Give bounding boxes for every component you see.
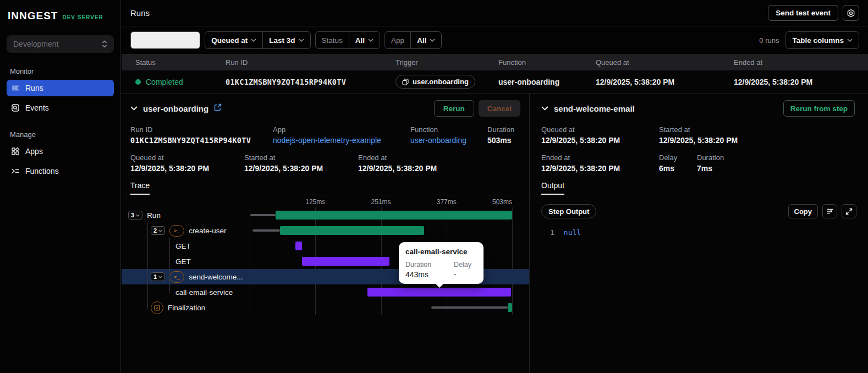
span-bar[interactable] [295, 242, 302, 250]
chevron-down-icon [847, 39, 853, 42]
environment-select-value: Development [13, 40, 59, 48]
queue-delay-line [252, 229, 280, 232]
search-icon [137, 36, 145, 44]
apps-icon [11, 147, 20, 156]
time-field-value: Queued at [211, 36, 248, 45]
trace-waterfall: 125ms251ms377ms503ms 3Run2>_create-userG… [122, 198, 529, 316]
ended-at-value: 12/9/2025, 5:38:20 PM [734, 78, 868, 86]
child-count-badge[interactable]: 2 [151, 226, 165, 235]
col-ended-at: Ended at [734, 58, 868, 67]
trace-row-label: call-email-service [175, 288, 233, 297]
functions-icon [11, 167, 20, 175]
trace-row[interactable]: Finalization [122, 300, 529, 315]
line-number: 1 [550, 228, 554, 237]
collapse-chevron-icon[interactable] [541, 106, 548, 111]
settings-button[interactable] [843, 5, 859, 21]
step-started-at: 12/9/2025, 5:38:20 PM [659, 136, 738, 145]
run-title: user-onboarding [143, 104, 208, 113]
event-icon [402, 79, 409, 85]
tree-guide-line [169, 238, 170, 293]
expand-button[interactable] [842, 204, 856, 218]
finalization-check-icon [151, 301, 163, 314]
show-search-button[interactable]: Show search [130, 31, 200, 49]
rerun-button[interactable]: Rerun [434, 100, 474, 117]
field-label: Duration [697, 153, 724, 162]
cancel-button[interactable]: Cancel [479, 100, 520, 117]
code-value: null [564, 228, 581, 237]
function-name: user-onboarding [498, 78, 596, 86]
queued-at-value: 12/9/2025, 5:38:20 PM [596, 78, 734, 86]
field-label: App [273, 125, 410, 134]
child-count-badge[interactable]: 3 [128, 211, 142, 220]
events-icon [11, 103, 20, 112]
field-label: Duration [487, 125, 514, 134]
trigger-name: user.onboarding [413, 78, 469, 86]
span-bar[interactable] [508, 303, 512, 312]
field-label: Started at [659, 125, 738, 134]
app-filter-label: App [391, 36, 404, 45]
sidebar-item-events[interactable]: Events [7, 100, 114, 116]
status-filter-value: All [355, 36, 365, 45]
external-link-icon[interactable] [214, 103, 222, 113]
field-label: Delay [659, 153, 697, 162]
trace-row[interactable]: 2>_create-user [122, 223, 529, 238]
started-at-detail: 12/9/2025, 5:38:20 PM [244, 164, 358, 173]
trace-row[interactable]: call-email-service [122, 284, 529, 300]
col-status: Status [135, 58, 226, 67]
trace-row-label: send-welcome... [189, 273, 243, 281]
word-wrap-button[interactable] [822, 204, 837, 218]
app-filter-dropdown[interactable]: App All [384, 31, 442, 49]
tab-trace[interactable]: Trace [130, 181, 150, 195]
run-id-value: 01KC1ZMSBNY9ZQT415RP94K0TV [226, 78, 395, 86]
sidebar: INNGEST DEV SERVER Development Monitor R… [0, 0, 121, 373]
word-wrap-icon [826, 207, 834, 215]
table-columns-dropdown[interactable]: Table columns [785, 31, 859, 49]
function-link[interactable]: user-onboarding [410, 136, 487, 145]
sidebar-item-label: Events [25, 103, 49, 112]
app-link[interactable]: nodejs-open-telemetry-example [273, 136, 410, 145]
axis-tick-label: 377ms [437, 198, 457, 206]
tooltip-delay-value: - [454, 270, 477, 279]
updown-chevron-icon [102, 40, 107, 48]
sidebar-item-label: Runs [25, 84, 43, 92]
send-test-event-button[interactable]: Send test event [768, 5, 838, 21]
runs-icon [11, 84, 20, 92]
col-trigger: Trigger [395, 58, 498, 67]
span-bar[interactable] [367, 288, 511, 297]
collapse-chevron-icon[interactable] [130, 106, 138, 111]
sidebar-item-runs[interactable]: Runs [7, 80, 114, 96]
span-bar[interactable] [280, 226, 424, 235]
col-run-id: Run ID [226, 58, 395, 67]
step-details-panel: send-welcome-email Rerun from step Queue… [530, 94, 868, 373]
rerun-from-step-button[interactable]: Rerun from step [783, 100, 855, 117]
environment-select[interactable]: Development [7, 35, 114, 53]
trace-row[interactable]: 3Run [122, 207, 529, 223]
sidebar-item-label: Apps [25, 147, 43, 156]
sidebar-item-apps[interactable]: Apps [7, 143, 114, 160]
sidebar-item-functions[interactable]: Functions [7, 163, 114, 179]
step-code-icon: >_ [169, 271, 184, 283]
field-label: Run ID [130, 125, 273, 134]
step-duration: 7ms [697, 164, 724, 173]
step-ended-at: 12/9/2025, 5:38:20 PM [541, 164, 659, 173]
queued-at-detail: 12/9/2025, 5:38:20 PM [130, 164, 244, 173]
table-row[interactable]: Completed 01KC1ZMSBNY9ZQT415RP94K0TV use… [122, 70, 868, 94]
inngest-dev-server-app: INNGEST DEV SERVER Development Monitor R… [0, 0, 868, 373]
span-bar[interactable] [276, 211, 512, 220]
status-filter-dropdown[interactable]: Status All [315, 31, 381, 49]
child-count-badge[interactable]: 1 [151, 272, 165, 281]
chevron-down-icon [368, 39, 373, 42]
tab-output[interactable]: Output [541, 181, 564, 195]
tree-guide-line [147, 223, 148, 309]
sidebar-item-label: Functions [25, 167, 59, 175]
step-delay: 6ms [659, 164, 697, 173]
trigger-badge[interactable]: user.onboarding [395, 75, 475, 89]
chevron-down-icon [251, 39, 256, 42]
copy-button[interactable]: Copy [788, 204, 818, 218]
time-filter-dropdown[interactable]: Queued at Last 3d [205, 31, 310, 49]
span-bar[interactable] [302, 257, 389, 266]
trace-tooltip: call-email-service Duration Delay 443ms … [399, 242, 484, 284]
output-toolbar: Step Output Copy [530, 204, 868, 218]
field-label: Function [410, 125, 487, 134]
field-label: Started at [244, 153, 358, 162]
